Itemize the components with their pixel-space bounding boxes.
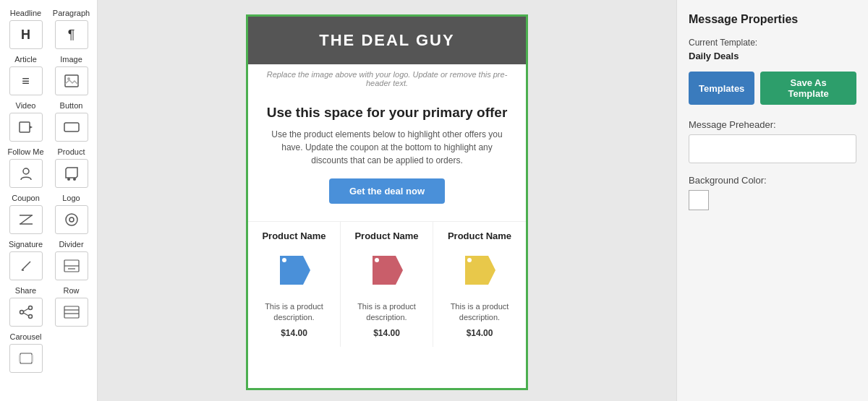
canvas-area: THE DEAL GUY Replace the image above wit… — [98, 0, 676, 401]
svg-line-8 — [20, 215, 32, 224]
svg-point-31 — [467, 258, 472, 262]
coupon-icon — [18, 213, 34, 226]
svg-marker-3 — [30, 126, 33, 129]
row-icon — [64, 306, 80, 319]
row-tool[interactable] — [55, 298, 88, 327]
email-canvas: THE DEAL GUY Replace the image above wit… — [246, 14, 528, 390]
current-template-value: Daily Deals — [689, 51, 856, 61]
button-label: Button — [50, 101, 93, 110]
product-row: Product Name This is a product descripti… — [248, 221, 526, 347]
right-panel: Message Properties Current Template: Dai… — [676, 0, 868, 401]
svg-rect-2 — [20, 122, 30, 132]
follow-me-tool[interactable] — [9, 159, 43, 188]
headline-tool[interactable]: H — [9, 20, 43, 49]
svg-rect-23 — [64, 306, 79, 318]
product-cell-2: Product Name This is a product descripti… — [341, 222, 433, 347]
article-label: Article — [4, 55, 47, 64]
cta-button[interactable]: Get the deal now — [329, 178, 445, 204]
divider-icon — [64, 259, 80, 272]
primary-offer-title: Use this space for your primary offer — [263, 105, 511, 121]
svg-point-5 — [23, 168, 29, 174]
share-tool[interactable] — [9, 298, 43, 327]
product-name-2: Product Name — [346, 230, 427, 241]
svg-line-22 — [23, 313, 28, 316]
image-icon — [64, 74, 79, 87]
product-price-1: $14.00 — [254, 328, 334, 338]
logo-tool[interactable] — [55, 205, 88, 234]
svg-point-11 — [66, 214, 77, 225]
product-tag-3 — [458, 249, 501, 292]
product-cell-3: Product Name This is a product descripti… — [433, 222, 526, 347]
coupon-label: Coupon — [4, 194, 47, 202]
product-price-3: $14.00 — [439, 328, 520, 338]
image-label: Image — [50, 55, 93, 64]
svg-point-6 — [67, 178, 70, 181]
bg-color-label: Background Color: — [689, 175, 856, 186]
save-template-button[interactable]: Save As Template — [760, 72, 856, 105]
product-desc-3: This is a product description. — [439, 301, 520, 324]
article-tool[interactable]: ≡ — [9, 66, 43, 95]
logo-label: Logo — [50, 194, 93, 202]
product-icon — [64, 166, 79, 181]
video-icon — [19, 121, 33, 134]
row-label: Row — [50, 286, 93, 295]
product-desc-2: This is a product description. — [346, 301, 427, 324]
svg-point-19 — [20, 311, 23, 314]
paragraph-label: Paragraph — [50, 9, 93, 17]
svg-rect-4 — [64, 123, 79, 131]
svg-rect-28 — [31, 355, 33, 362]
svg-point-20 — [28, 315, 32, 319]
product-name-1: Product Name — [254, 230, 334, 241]
carousel-icon — [18, 352, 34, 365]
signature-label: Signature — [4, 240, 47, 249]
svg-line-13 — [22, 262, 30, 270]
image-tool[interactable] — [55, 66, 88, 95]
template-buttons: Templates Save As Template — [689, 72, 856, 105]
signature-icon — [19, 259, 33, 273]
carousel-label: Carousel — [4, 332, 47, 341]
share-label: Share — [4, 286, 47, 295]
divider-label: Divider — [50, 240, 93, 249]
background-color-swatch[interactable] — [689, 190, 709, 210]
share-icon — [19, 305, 33, 319]
primary-offer-text: Use the product elements below to highli… — [263, 128, 511, 167]
svg-point-30 — [375, 258, 379, 262]
email-header: THE DEAL GUY — [248, 17, 526, 64]
svg-point-29 — [282, 258, 286, 262]
product-tool[interactable] — [55, 159, 88, 188]
templates-button[interactable]: Templates — [689, 72, 754, 105]
follow-me-label: Follow Me — [4, 147, 47, 156]
divider-tool[interactable] — [55, 251, 88, 280]
product-name-3: Product Name — [439, 230, 520, 241]
button-icon — [64, 122, 80, 132]
svg-rect-27 — [19, 355, 21, 362]
headline-label: Headline — [4, 9, 47, 17]
button-tool[interactable] — [55, 113, 88, 142]
email-title: THE DEAL GUY — [263, 31, 511, 50]
video-label: Video — [4, 101, 47, 110]
svg-line-21 — [23, 309, 28, 311]
svg-point-18 — [28, 306, 32, 310]
panel-title: Message Properties — [689, 13, 856, 26]
follow-me-icon — [19, 166, 33, 181]
svg-rect-0 — [65, 75, 78, 87]
video-tool[interactable] — [9, 113, 43, 142]
svg-point-7 — [73, 178, 76, 181]
product-cell-1: Product Name This is a product descripti… — [248, 222, 341, 347]
svg-rect-26 — [20, 353, 32, 363]
signature-tool[interactable] — [9, 251, 43, 280]
product-label: Product — [50, 147, 93, 156]
preheader-section-label: Message Preheader: — [689, 119, 856, 130]
current-template-label: Current Template: — [689, 38, 856, 48]
product-tag-2 — [365, 249, 409, 292]
email-primary-offer: Use this space for your primary offer Us… — [248, 93, 526, 221]
product-desc-1: This is a product description. — [254, 301, 334, 324]
coupon-tool[interactable] — [9, 205, 43, 234]
paragraph-tool[interactable]: ¶ — [55, 20, 88, 49]
product-price-2: $14.00 — [346, 328, 427, 338]
carousel-tool[interactable] — [9, 344, 43, 373]
preheader-input[interactable] — [689, 134, 856, 163]
product-tag-1 — [273, 249, 316, 292]
left-sidebar: Headline H Paragraph ¶ Article ≡ Image — [0, 0, 98, 401]
logo-icon — [64, 212, 79, 227]
